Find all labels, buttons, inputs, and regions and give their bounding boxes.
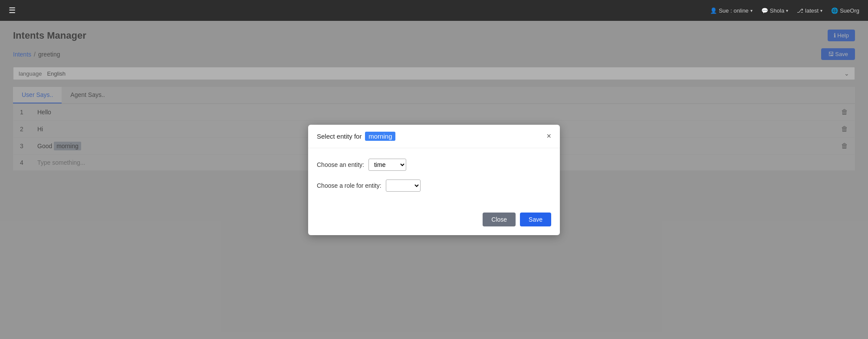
modal-highlighted-word: morning <box>365 132 395 141</box>
nav-org-label: SueOrg <box>840 7 859 14</box>
hamburger-icon[interactable]: ☰ <box>9 6 16 15</box>
nav-latest-label: latest <box>805 7 819 14</box>
chevron-down-icon: ▾ <box>820 8 822 13</box>
entity-label: Choose an entity: <box>317 161 364 168</box>
user-icon: 👤 <box>710 7 717 14</box>
topbar: ☰ 👤 Sue : online ▾ 💬 Shola ▾ ⎇ latest ▾ … <box>0 0 868 21</box>
topbar-left: ☰ <box>9 6 16 15</box>
nav-user-label: Sue : online <box>719 7 749 14</box>
nav-latest[interactable]: ⎇ latest ▾ <box>797 7 822 14</box>
nav-shola[interactable]: 💬 Shola ▾ <box>761 7 788 14</box>
main-content: Intents Manager ℹ Help Intents / greetin… <box>0 21 868 339</box>
branch-icon: ⎇ <box>797 7 803 14</box>
chat-icon: 💬 <box>761 7 768 14</box>
entity-field: Choose an entity: time date location per… <box>317 159 551 171</box>
entity-select[interactable]: time date location person <box>368 159 406 171</box>
modal-close-action-button[interactable]: Close <box>483 213 516 226</box>
chevron-down-icon: ▾ <box>786 8 788 13</box>
modal-overlay: Select entity for morning × Choose an en… <box>0 21 868 339</box>
role-field: Choose a role for entity: <box>317 179 551 192</box>
role-label: Choose a role for entity: <box>317 182 381 189</box>
globe-icon: 🌐 <box>831 7 838 14</box>
modal: Select entity for morning × Choose an en… <box>308 125 560 235</box>
chevron-down-icon: ▾ <box>750 8 753 13</box>
topbar-right: 👤 Sue : online ▾ 💬 Shola ▾ ⎇ latest ▾ 🌐 … <box>710 7 859 14</box>
modal-close-button[interactable]: × <box>546 132 551 141</box>
nav-org[interactable]: 🌐 SueOrg <box>831 7 859 14</box>
modal-title-text: Select entity for <box>317 133 362 140</box>
modal-body: Choose an entity: time date location per… <box>308 148 560 207</box>
modal-header: Select entity for morning × <box>308 125 560 148</box>
modal-save-button[interactable]: Save <box>520 213 551 226</box>
modal-title-container: Select entity for morning <box>317 133 395 140</box>
nav-user[interactable]: 👤 Sue : online ▾ <box>710 7 753 14</box>
nav-shola-label: Shola <box>770 7 784 14</box>
modal-footer: Close Save <box>308 207 560 235</box>
role-select[interactable] <box>386 179 421 192</box>
